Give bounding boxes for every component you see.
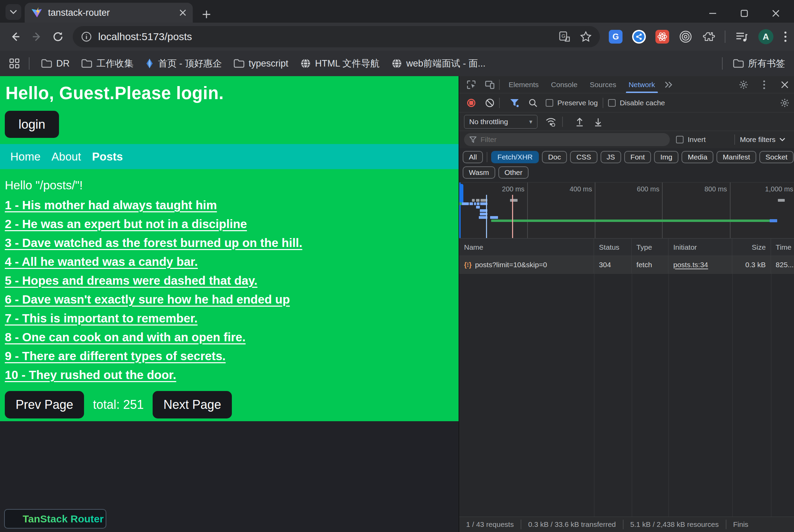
posts-heading: Hello "/posts/"! [5,178,459,192]
post-link[interactable]: 9 - There are different types of secrets… [5,350,226,362]
chip-media[interactable]: Media [682,151,713,163]
apps-grid-icon[interactable] [8,57,21,70]
overview-scroll-pill[interactable] [460,184,463,205]
maximize-icon[interactable] [740,9,749,18]
network-conditions-icon[interactable] [544,115,557,128]
login-button[interactable]: login [5,111,59,138]
chip-all[interactable]: All [463,151,483,163]
url-bar[interactable]: localhost:5173/posts G [73,26,600,47]
prev-page-button[interactable]: Prev Page [5,391,84,418]
filter-toggle-icon[interactable] [508,96,521,109]
all-bookmarks-button[interactable]: 所有书签 [733,57,785,70]
network-settings-gear-icon[interactable] [778,96,791,109]
back-icon[interactable] [10,31,21,43]
close-window-icon[interactable] [771,9,780,18]
invert-checkbox[interactable] [676,136,684,143]
preserve-log-toggle[interactable]: Preserve log [546,99,598,107]
bookmark-star-icon[interactable] [580,31,592,43]
bookmark-folder-dr[interactable]: DR [41,58,70,69]
more-filters-button[interactable]: More filters [740,135,785,144]
nav-link-home[interactable]: Home [10,150,40,163]
react-devtools-icon[interactable] [655,30,669,44]
post-link[interactable]: 10 - They rushed out the door. [5,369,176,381]
post-link[interactable]: 8 - One can cook on and with an open fir… [5,331,246,343]
more-tabs-icon[interactable] [662,78,675,91]
disable-cache-toggle[interactable]: Disable cache [608,99,665,107]
nav-link-about[interactable]: About [51,150,81,163]
post-link[interactable]: 5 - Hopes and dreams were dashed that da… [5,274,258,286]
network-filter-input[interactable] [464,133,670,146]
reload-icon[interactable] [52,31,64,43]
search-icon[interactable] [526,96,540,109]
next-page-button[interactable]: Next Page [153,391,232,418]
translate-page-icon[interactable]: G [559,31,570,43]
tab-sources[interactable]: Sources [584,76,623,93]
post-link[interactable]: 3 - Dave watched as the forest burned up… [5,237,302,249]
column-status[interactable]: Status [594,239,631,256]
devtools-settings-icon[interactable] [737,78,750,91]
column-type[interactable]: Type [632,239,668,256]
import-har-icon[interactable] [573,115,586,128]
clear-network-log-icon[interactable] [483,96,496,109]
chip-other[interactable]: Other [498,166,529,179]
chip-fetch-xhr[interactable]: Fetch/XHR [491,151,539,163]
devtools-menu-kebab-icon[interactable] [758,78,771,91]
network-overview-timeline[interactable]: 200 ms 400 ms 600 ms 800 ms 1,000 ms [459,182,794,238]
invert-toggle[interactable]: Invert [676,135,706,144]
chip-css[interactable]: CSS [570,151,597,163]
browser-menu-kebab-icon[interactable] [783,31,788,43]
throttling-select[interactable]: No throttling ▾ [464,115,537,129]
record-network-log-icon[interactable] [465,96,478,109]
browser-tab[interactable]: tanstack-router [25,3,193,23]
bookmark-homepage[interactable]: 首页 - 顶好惠企 [145,57,222,70]
column-size[interactable]: Size [732,239,771,256]
column-time[interactable]: Time [771,239,794,256]
post-link[interactable]: 4 - All he wanted was a candy bar. [5,256,198,268]
inspect-element-icon[interactable] [465,78,478,91]
site-info-icon[interactable] [81,31,92,42]
chip-font[interactable]: Font [624,151,651,163]
new-tab-button[interactable] [202,10,211,19]
post-link[interactable]: 7 - This is important to remember. [5,312,198,324]
column-initiator[interactable]: Initiator [668,239,732,256]
table-row[interactable]: {⁝} posts?limit=10&skip=0 304 fetch post… [459,256,794,274]
device-toolbar-icon[interactable] [483,78,496,91]
bookmark-folder-work[interactable]: 工作收集 [81,57,133,70]
export-har-icon[interactable] [592,115,605,128]
tanstack-router-badge[interactable]: TanStack Router [4,509,106,529]
nav-link-posts[interactable]: Posts [92,150,123,163]
url-text[interactable]: localhost:5173/posts [98,31,559,43]
tab-close-icon[interactable] [179,9,187,16]
devtools-close-icon[interactable] [778,78,791,91]
chip-wasm[interactable]: Wasm [463,166,495,179]
profile-avatar[interactable]: A [758,29,773,44]
post-link[interactable]: 2 - He was an expert but not in a discip… [5,218,247,230]
tab-search-button[interactable] [5,4,21,20]
chip-js[interactable]: JS [601,151,621,163]
minimize-icon[interactable] [708,9,717,18]
chip-manifest[interactable]: Manifest [716,151,756,163]
chip-img[interactable]: Img [654,151,678,163]
chip-socket[interactable]: Socket [759,151,794,163]
extensions-puzzle-icon[interactable] [702,30,715,43]
tab-network[interactable]: Network [623,76,661,93]
column-name[interactable]: Name [459,239,594,256]
timeline-tick: 600 ms [608,185,659,193]
tab-console[interactable]: Console [545,76,584,93]
media-playlist-icon[interactable] [735,30,749,44]
bookmark-web-interview[interactable]: web前端面试 - 面... [391,57,486,70]
initiator-link[interactable]: posts.ts:34 [673,261,708,269]
bullseye-extension-icon[interactable] [679,30,692,44]
request-name-cell[interactable]: {⁝} posts?limit=10&skip=0 [459,256,594,273]
bookmark-folder-typescript[interactable]: typescript [234,58,288,69]
post-link[interactable]: 1 - His mother had always taught him [5,199,217,211]
preserve-log-checkbox[interactable] [546,99,553,107]
tab-elements[interactable]: Elements [502,76,545,93]
post-link[interactable]: 6 - Dave wasn't exactly sure how he had … [5,293,290,305]
share-extension-icon[interactable] [632,30,646,44]
chip-doc[interactable]: Doc [542,151,567,163]
forward-icon[interactable] [31,31,43,43]
bookmark-html-nav[interactable]: HTML 文件导航 [300,57,380,70]
translate-extension-icon[interactable]: G [609,30,623,44]
disable-cache-checkbox[interactable] [608,99,616,107]
